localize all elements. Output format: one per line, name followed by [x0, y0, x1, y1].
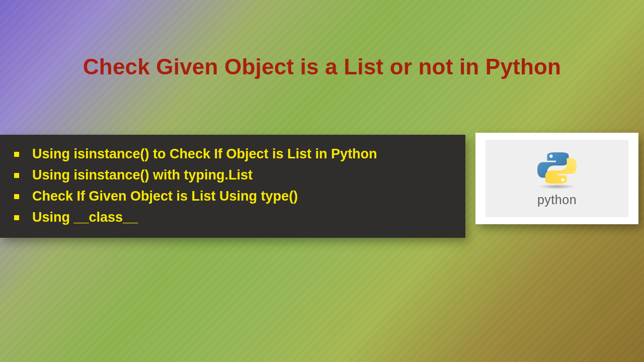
python-logo-inner: python [486, 140, 628, 217]
slide-title: Check Given Object is a List or not in P… [0, 54, 644, 79]
list-item: Using isinstance() to Check If Object is… [12, 144, 453, 165]
svg-point-0 [538, 184, 576, 189]
svg-point-1 [549, 154, 552, 157]
bullet-list: Using isinstance() to Check If Object is… [12, 144, 453, 228]
python-logo-card: python [475, 133, 638, 224]
list-item: Check If Given Object is List Using type… [12, 186, 453, 207]
list-item: Using isinstance() with typing.List [12, 165, 453, 186]
svg-point-2 [561, 178, 565, 181]
list-item: Using __class__ [12, 207, 453, 228]
bullet-list-box: Using isinstance() to Check If Object is… [0, 135, 465, 238]
python-logo-icon [525, 150, 589, 190]
python-logo-caption: python [537, 193, 577, 207]
